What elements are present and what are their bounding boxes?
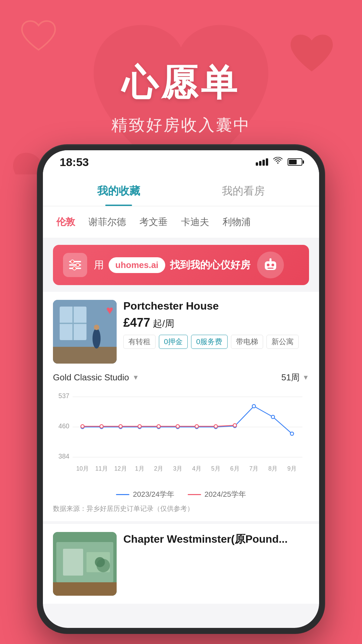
scroll-content: ♥ ★ 4.6(39条) Portchester House £477 起/ — [43, 292, 319, 604]
price-chart: 537 460 384 10月 11月 12月 1月 2月 3月 4月 — [53, 390, 309, 484]
svg-point-5 — [73, 267, 76, 270]
city-cardiff[interactable]: 卡迪夫 — [181, 213, 209, 231]
svg-point-54 — [176, 425, 179, 428]
property-2-info: Chapter Westminster(原Pound... — [123, 532, 309, 596]
svg-text:460: 460 — [58, 422, 69, 430]
svg-text:9月: 9月 — [287, 465, 297, 472]
svg-point-64 — [95, 557, 105, 567]
status-time: 18:53 — [60, 156, 89, 169]
svg-point-52 — [138, 425, 141, 428]
battery-icon — [288, 158, 302, 166]
svg-text:3月: 3月 — [173, 465, 182, 472]
svg-point-8 — [272, 264, 274, 266]
svg-point-18 — [94, 325, 99, 330]
legend-red-dot — [188, 494, 201, 495]
svg-rect-15 — [60, 323, 86, 324]
tag-service: 0服务费 — [191, 335, 227, 349]
hero-title: 心愿单 — [122, 59, 240, 108]
wifi-icon — [273, 157, 283, 167]
svg-text:12月: 12月 — [114, 465, 127, 472]
phone-screen: 18:53 — [43, 150, 319, 628]
svg-text:537: 537 — [58, 392, 69, 399]
ai-banner[interactable]: 用 uhomes.ai 找到我的心仪好房 — [53, 245, 309, 285]
ai-banner-text: 找到我的心仪好房 — [170, 258, 250, 272]
chart-legend: 2023/24学年 2024/25学年 — [53, 489, 309, 499]
legend-2324: 2023/24学年 — [116, 489, 174, 499]
tag-sublease: 有转租 — [123, 335, 156, 349]
dropdown-arrow-icon: ▼ — [132, 374, 139, 381]
status-icons — [256, 157, 302, 167]
svg-text:5月: 5月 — [211, 465, 221, 472]
ai-url-badge: uhomes.ai — [109, 257, 165, 273]
property-image-2 — [53, 532, 117, 596]
svg-point-57 — [233, 424, 237, 427]
svg-text:10月: 10月 — [76, 465, 88, 472]
svg-text:384: 384 — [58, 452, 69, 460]
property-card-2: Chapter Westminster(原Pound... — [43, 524, 319, 604]
price-value: £477 — [123, 316, 150, 329]
svg-point-53 — [157, 425, 160, 428]
tab-favorites[interactable]: 我的收藏 — [56, 174, 181, 206]
property-price: £477 起/周 — [123, 316, 309, 330]
svg-point-50 — [100, 425, 103, 428]
property-image-1: ♥ ★ 4.6(39条) — [53, 300, 117, 364]
room-type-selector[interactable]: Gold Classic Studio ▼ — [53, 372, 139, 383]
svg-point-51 — [119, 425, 122, 428]
svg-rect-16 — [53, 347, 117, 364]
svg-point-56 — [214, 425, 218, 428]
svg-rect-60 — [63, 549, 83, 576]
svg-rect-9 — [267, 268, 274, 269]
svg-point-49 — [81, 425, 84, 428]
legend-2425: 2024/25学年 — [188, 489, 246, 499]
property-top-row: ♥ ★ 4.6(39条) Portchester House £477 起/ — [53, 300, 309, 364]
ai-filter-icon — [63, 253, 87, 277]
tab-viewings[interactable]: 我的看房 — [181, 174, 306, 206]
svg-text:8月: 8月 — [268, 465, 278, 472]
city-filter: 伦敦 谢菲尔德 考文垂 卡迪夫 利物浦 — [43, 206, 319, 238]
tag-elevator: 带电梯 — [231, 335, 263, 349]
hero-subtitle: 精致好房收入囊中 — [111, 114, 251, 136]
svg-point-17 — [93, 328, 101, 348]
chart-note: 数据来源：异乡好居历史订单记录（仅供参考） — [53, 504, 309, 513]
chart-section: Gold Classic Studio ▼ 51周 ▼ — [53, 364, 309, 513]
city-london[interactable]: 伦敦 — [56, 213, 75, 231]
phone-outer-frame: 18:53 — [37, 144, 325, 634]
svg-text:1月: 1月 — [135, 465, 144, 472]
svg-point-11 — [269, 258, 272, 260]
ai-robot-icon — [257, 252, 284, 278]
city-liverpool[interactable]: 利物浦 — [223, 213, 251, 231]
svg-text:6月: 6月 — [230, 465, 240, 472]
svg-point-48 — [290, 432, 294, 435]
property-tags: 有转租 0押金 0服务费 带电梯 新公寓 — [123, 335, 309, 349]
weeks-selector[interactable]: 51周 ▼ — [281, 372, 309, 383]
price-suffix: 起/周 — [153, 318, 174, 329]
svg-point-46 — [252, 405, 256, 408]
svg-point-4 — [76, 263, 79, 267]
tag-deposit: 0押金 — [159, 335, 188, 349]
svg-point-7 — [267, 264, 269, 266]
legend-blue-dot — [116, 494, 129, 495]
svg-text:2月: 2月 — [154, 465, 164, 472]
svg-rect-6 — [265, 261, 276, 270]
favorite-heart-icon[interactable]: ♥ — [106, 303, 113, 317]
svg-point-47 — [271, 415, 275, 419]
svg-text:7月: 7月 — [249, 465, 259, 472]
svg-rect-62 — [53, 582, 117, 596]
property-info: Portchester House £477 起/周 有转租 0押金 0服务费 … — [123, 300, 309, 364]
city-coventry[interactable]: 考文垂 — [139, 213, 168, 231]
svg-point-3 — [71, 260, 74, 263]
weeks-dropdown-icon: ▼ — [302, 374, 309, 381]
phone-mockup: 18:53 — [37, 144, 325, 634]
svg-text:4月: 4月 — [192, 465, 201, 472]
property-name: Portchester House — [123, 300, 309, 312]
tab-bar: 我的收藏 我的看房 — [43, 174, 319, 206]
property-card-1: ♥ ★ 4.6(39条) Portchester House £477 起/ — [43, 292, 319, 521]
chart-svg: 537 460 384 10月 11月 12月 1月 2月 3月 4月 — [53, 390, 309, 484]
svg-point-55 — [195, 425, 198, 428]
svg-text:11月: 11月 — [95, 465, 108, 472]
city-sheffield[interactable]: 谢菲尔德 — [88, 213, 126, 231]
tag-new: 新公寓 — [266, 335, 299, 349]
property-2-name: Chapter Westminster(原Pound... — [123, 532, 309, 547]
signal-icon — [256, 158, 268, 166]
status-bar: 18:53 — [43, 150, 319, 174]
